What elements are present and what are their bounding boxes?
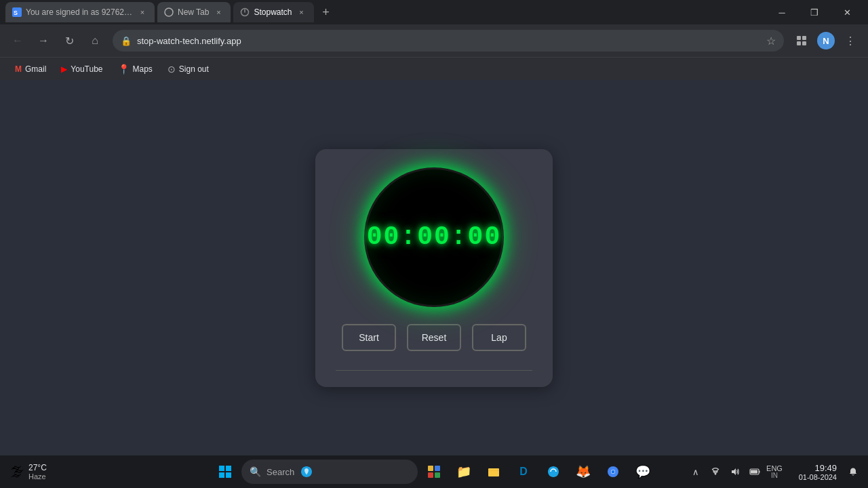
weather-description: Haze <box>28 472 47 481</box>
start-button[interactable] <box>212 458 239 485</box>
taskbar-apps-icon[interactable] <box>420 458 448 485</box>
signout-icon: ⊙ <box>167 64 176 75</box>
tray-lang-icon[interactable]: ENG IN <box>765 460 784 484</box>
gmail-icon: M <box>15 64 22 74</box>
bookmark-maps[interactable]: 📍 Maps <box>111 61 159 77</box>
navigation-bar: ← → ↻ ⌂ 🔒 stop-watch-tech.netlify.app ☆ … <box>0 24 868 57</box>
back-button[interactable]: ← <box>7 30 28 52</box>
svg-rect-7 <box>797 41 801 45</box>
clock-time: 19:49 <box>814 463 837 473</box>
title-bar: S You are signed in as 927622bee073 × Ne… <box>0 0 868 24</box>
reset-button[interactable]: Reset <box>407 324 461 351</box>
tray-sound-icon[interactable] <box>726 460 745 484</box>
svg-rect-11 <box>219 472 224 478</box>
svg-rect-14 <box>435 466 440 471</box>
taskbar-weather[interactable]: 🌫 27°C Haze <box>5 460 60 483</box>
taskbar-right: ∧ <box>684 460 863 484</box>
svg-rect-10 <box>226 466 231 471</box>
bookmark-gmail[interactable]: M Gmail <box>8 62 53 77</box>
tab-gmail[interactable]: S You are signed in as 927622bee073 × <box>5 2 155 22</box>
weather-info: 27°C Haze <box>28 463 47 481</box>
reload-button[interactable]: ↻ <box>58 30 80 52</box>
tab-gmail-title: You are signed in as 927622bee073 <box>26 7 133 17</box>
taskbar-fileexplorer-icon[interactable] <box>480 458 507 485</box>
home-button[interactable]: ⌂ <box>84 30 106 52</box>
security-icon: 🔒 <box>121 36 132 46</box>
bookmark-youtube[interactable]: ▶ YouTube <box>54 62 109 77</box>
window-controls: ─ ❒ ✕ <box>766 2 863 22</box>
extensions-button[interactable] <box>791 30 812 52</box>
maps-icon: 📍 <box>118 64 130 75</box>
taskbar-chrome-icon[interactable] <box>599 458 627 485</box>
stopwatch-card: 00:00:00 Start Reset Lap <box>315 149 553 387</box>
svg-rect-16 <box>435 472 440 478</box>
eng-sub: IN <box>771 472 778 479</box>
taskbar-firefox-icon[interactable]: 🦊 <box>570 458 597 485</box>
address-bar[interactable]: 🔒 stop-watch-tech.netlify.app ☆ <box>113 30 784 52</box>
lap-divider <box>336 370 532 371</box>
weather-icon: 🌫 <box>11 464 24 480</box>
system-clock[interactable]: 19:49 01-08-2024 <box>788 463 842 481</box>
system-tray: ∧ <box>684 460 787 484</box>
forward-button[interactable]: → <box>33 30 54 52</box>
tray-expand-icon[interactable]: ∧ <box>686 460 705 484</box>
menu-button[interactable]: ⋮ <box>840 30 861 52</box>
tab-newtab-close[interactable]: × <box>213 7 224 18</box>
tab-newtab-favicon <box>164 7 174 17</box>
edge-icon <box>300 465 313 479</box>
eng-label: ENG <box>766 465 783 472</box>
taskbar-search[interactable]: 🔍 Search <box>241 460 418 484</box>
youtube-icon: ▶ <box>61 64 67 74</box>
clock-face: 00:00:00 <box>366 169 502 305</box>
tab-stopwatch-favicon <box>240 7 250 17</box>
svg-rect-5 <box>797 36 801 40</box>
notification-button[interactable] <box>844 460 863 484</box>
minimize-button[interactable]: ─ <box>766 2 797 22</box>
svg-marker-21 <box>732 468 736 475</box>
nav-right-controls: N ⋮ <box>791 30 861 52</box>
lap-button[interactable]: Lap <box>472 324 526 351</box>
tab-newtab[interactable]: New Tab × <box>157 2 231 22</box>
weather-temperature: 27°C <box>28 463 47 472</box>
bookmarks-bar: M Gmail ▶ YouTube 📍 Maps ⊙ Sign out <box>0 57 868 80</box>
tab-gmail-close[interactable]: × <box>137 7 148 18</box>
url-text: stop-watch-tech.netlify.app <box>137 36 761 46</box>
bookmark-gmail-label: Gmail <box>25 64 46 74</box>
svg-rect-23 <box>751 470 757 474</box>
svg-rect-8 <box>802 41 806 45</box>
new-tab-button[interactable]: + <box>317 3 336 22</box>
taskbar-edge-icon[interactable] <box>540 458 567 485</box>
tab-stopwatch-close[interactable]: × <box>296 7 307 18</box>
page-content: 00:00:00 Start Reset Lap <box>0 80 868 455</box>
bookmark-signout-label: Sign out <box>179 64 209 74</box>
tray-battery-icon[interactable] <box>745 460 764 484</box>
svg-rect-12 <box>226 472 231 478</box>
svg-point-20 <box>612 470 615 474</box>
svg-rect-15 <box>428 472 433 478</box>
svg-rect-6 <box>802 36 806 40</box>
svg-rect-24 <box>759 471 760 473</box>
taskbar-whatsapp-icon[interactable]: 💬 <box>629 458 656 485</box>
close-button[interactable]: ✕ <box>831 2 863 22</box>
search-icon: 🔍 <box>250 466 261 477</box>
taskbar: 🌫 27°C Haze 🔍 Search <box>0 455 868 488</box>
search-placeholder: Search <box>267 467 294 477</box>
bookmark-star-icon[interactable]: ☆ <box>766 35 776 47</box>
tray-network-icon[interactable] <box>706 460 725 484</box>
taskbar-dell-icon[interactable]: D <box>510 458 537 485</box>
svg-point-2 <box>165 8 173 16</box>
tab-stopwatch[interactable]: Stopwatch × <box>233 2 313 22</box>
stopwatch-buttons: Start Reset Lap <box>342 324 526 351</box>
taskbar-folder-icon[interactable]: 📁 <box>450 458 477 485</box>
bookmark-maps-label: Maps <box>133 64 153 74</box>
profile-button[interactable]: N <box>815 30 837 52</box>
bookmark-signout[interactable]: ⊙ Sign out <box>161 61 216 77</box>
maximize-button[interactable]: ❒ <box>799 2 830 22</box>
svg-rect-9 <box>219 466 224 471</box>
profile-avatar: N <box>817 32 835 49</box>
tab-gmail-favicon: S <box>12 7 22 17</box>
bookmark-youtube-label: YouTube <box>71 64 102 74</box>
tab-newtab-title: New Tab <box>178 7 209 17</box>
taskbar-center: 🔍 Search 📁 D <box>212 458 656 485</box>
start-button[interactable]: Start <box>342 324 396 351</box>
